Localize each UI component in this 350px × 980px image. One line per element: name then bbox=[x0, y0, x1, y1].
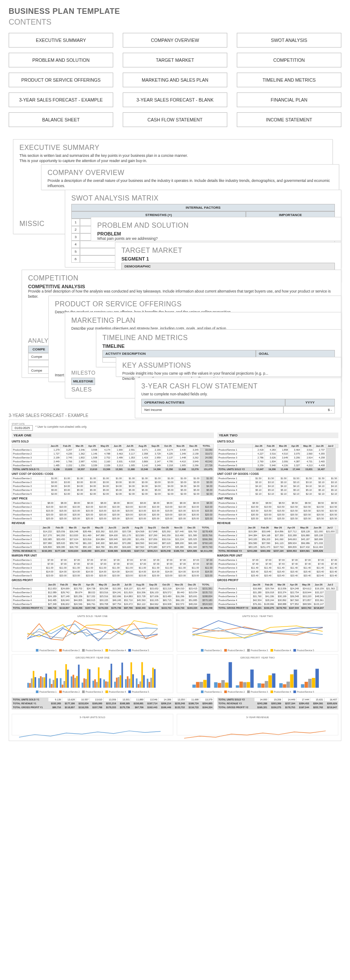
svg-rect-69 bbox=[229, 662, 232, 687]
svg-rect-85 bbox=[301, 684, 305, 687]
preview-problem: PROBLEM AND SOLUTION PROBLEM What pain p… bbox=[91, 217, 341, 241]
comp-analysis: COMPETITIVE ANALYSIS bbox=[28, 284, 335, 289]
svg-rect-16 bbox=[62, 684, 64, 687]
sales-frag: SALES bbox=[71, 386, 95, 393]
toc-button[interactable]: COMPANY OVERVIEW bbox=[123, 33, 227, 48]
preview-company-overview: COMPANY OVERVIEW Provide a description o… bbox=[41, 164, 339, 190]
svg-rect-80 bbox=[279, 683, 283, 687]
svg-rect-76 bbox=[261, 684, 264, 688]
svg-rect-46 bbox=[127, 676, 129, 687]
svg-rect-78 bbox=[268, 675, 272, 688]
startdate[interactable]: 01/01/2025 bbox=[12, 425, 33, 431]
forecast-sheet: START DATE 01/01/2025 * User to complete… bbox=[9, 420, 341, 741]
compet-cell2: Compe bbox=[28, 367, 50, 374]
svg-rect-22 bbox=[74, 678, 76, 688]
svg-rect-86 bbox=[305, 682, 308, 688]
svg-rect-20 bbox=[71, 676, 73, 687]
goal-col: GOAL bbox=[256, 350, 335, 357]
svg-rect-52 bbox=[140, 681, 141, 688]
line-chart: UNITS SOLD: YEAR ONEProduct/Service 1Pro… bbox=[12, 613, 173, 652]
toc-button[interactable]: INCOME STATEMENT bbox=[237, 112, 341, 127]
svg-rect-75 bbox=[258, 683, 261, 687]
svg-rect-81 bbox=[283, 684, 286, 688]
svg-rect-15 bbox=[60, 678, 62, 687]
svg-rect-50 bbox=[136, 678, 138, 687]
svg-rect-71 bbox=[239, 681, 243, 687]
toc-button[interactable]: 3-YEAR SALES FORECAST - BLANK bbox=[123, 92, 227, 107]
activity-col: ACTIVITY DESCRIPTION bbox=[102, 350, 256, 357]
svg-rect-21 bbox=[73, 675, 74, 688]
svg-rect-59 bbox=[154, 669, 156, 687]
svg-rect-65 bbox=[214, 682, 217, 688]
svg-rect-88 bbox=[312, 678, 315, 688]
toc-button[interactable]: 3-YEAR SALES FORECAST - EXAMPLE bbox=[9, 92, 113, 107]
card-title: TIMELINE AND METRICS bbox=[102, 334, 335, 342]
svg-rect-26 bbox=[83, 678, 85, 688]
card-title: MARKETING PLAN bbox=[71, 317, 335, 325]
svg-rect-84 bbox=[294, 670, 297, 688]
toc-button[interactable]: BALANCE SHEET bbox=[9, 112, 113, 127]
mini-chart: 3-YEAR UNITS SOLD bbox=[12, 714, 173, 735]
svg-rect-54 bbox=[143, 675, 145, 687]
toc-button[interactable]: EXECUTIVE SUMMARY bbox=[9, 33, 113, 48]
card-title: 3-YEAR CASH FLOW STATEMENT bbox=[141, 382, 335, 390]
preview-assumptions: KEY ASSUMPTIONS Provide insight into how… bbox=[116, 357, 341, 377]
net-val: $ - bbox=[283, 406, 335, 414]
compet-cell: Compe bbox=[28, 353, 50, 360]
card-text: This section is written last and summari… bbox=[19, 153, 326, 164]
toc-button[interactable]: CASH FLOW STATEMENT bbox=[123, 112, 227, 127]
svg-rect-43 bbox=[120, 675, 121, 688]
bar-chart: GROSS PROFIT: YEAR ONEProduct/Service 1P… bbox=[12, 654, 173, 693]
svg-rect-39 bbox=[111, 664, 112, 688]
svg-rect-62 bbox=[200, 682, 203, 688]
line-chart: UNITS SOLD: YEAR TWOProduct/Service 1Pro… bbox=[177, 613, 338, 652]
toc-button[interactable]: PROBLEM AND SOLUTION bbox=[9, 53, 113, 67]
svg-rect-51 bbox=[138, 684, 140, 687]
card-title: COMPANY OVERVIEW bbox=[48, 169, 333, 177]
svg-rect-12 bbox=[53, 680, 54, 687]
svg-rect-60 bbox=[192, 684, 196, 687]
preview-cashflow: 3-YEAR CASH FLOW STATEMENT User to compl… bbox=[135, 378, 341, 418]
toc-button[interactable]: FINANCIAL PLAN bbox=[237, 92, 341, 107]
svg-rect-31 bbox=[94, 679, 96, 688]
svg-rect-11 bbox=[51, 684, 53, 688]
table-of-contents: EXECUTIVE SUMMARYCOMPANY OVERVIEWSWOT AN… bbox=[0, 29, 350, 139]
compe-head: COMPE bbox=[28, 346, 50, 353]
svg-rect-37 bbox=[107, 682, 109, 688]
svg-rect-1 bbox=[29, 683, 31, 688]
card-title: SWOT ANALYSIS MATRIX bbox=[71, 194, 335, 202]
problem-label: PROBLEM bbox=[97, 231, 335, 236]
sheet-note: * User to complete non-shaded cells only… bbox=[35, 425, 87, 428]
svg-rect-24 bbox=[78, 665, 80, 687]
svg-rect-30 bbox=[92, 681, 94, 687]
svg-rect-58 bbox=[152, 668, 154, 687]
toc-button[interactable]: TARGET MARKET bbox=[123, 53, 227, 67]
milest-frag: MILESTO bbox=[71, 370, 95, 376]
svg-rect-9 bbox=[45, 674, 47, 688]
svg-rect-25 bbox=[82, 683, 83, 688]
svg-rect-73 bbox=[247, 682, 250, 687]
timeline-label: TIMELINE bbox=[102, 344, 335, 349]
card-title: KEY ASSUMPTIONS bbox=[122, 362, 335, 369]
demo-label: DEMOGRAPHIC bbox=[121, 263, 335, 270]
bar-chart: GROSS PROFIT: YEAR TWOProduct/Service 1P… bbox=[177, 654, 338, 693]
svg-rect-64 bbox=[207, 674, 210, 687]
toc-button[interactable]: COMPETITION bbox=[237, 53, 341, 67]
toc-button[interactable]: PRODUCT OR SERVICE OFFERINGS bbox=[9, 73, 113, 87]
toc-button[interactable]: MARKETING AND SALES PLAN bbox=[123, 73, 227, 87]
svg-rect-33 bbox=[98, 667, 100, 687]
toc-button[interactable]: SWOT ANALYSIS bbox=[237, 33, 341, 48]
svg-rect-68 bbox=[225, 683, 229, 688]
svg-rect-74 bbox=[250, 669, 254, 687]
svg-rect-55 bbox=[147, 679, 149, 688]
svg-rect-48 bbox=[130, 662, 132, 688]
svg-rect-14 bbox=[56, 678, 58, 688]
op-activities: OPERATING ACTIVITIES bbox=[141, 399, 285, 406]
toc-button[interactable]: TIMELINE AND METRICS bbox=[237, 73, 341, 87]
page-header: BUSINESS PLAN TEMPLATE CONTENTS bbox=[0, 0, 350, 29]
svg-rect-23 bbox=[76, 676, 78, 688]
svg-rect-5 bbox=[38, 678, 40, 687]
svg-rect-44 bbox=[121, 662, 123, 687]
card-title: PROBLEM AND SOLUTION bbox=[97, 222, 335, 229]
svg-rect-36 bbox=[105, 681, 107, 688]
